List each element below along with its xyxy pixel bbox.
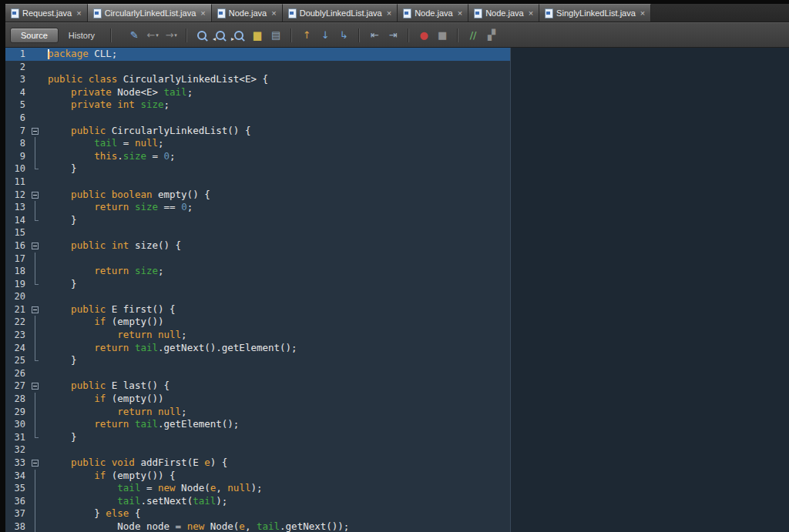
code-line[interactable]: 32: [5, 443, 789, 457]
code-line[interactable]: 9 this.size = 0;: [5, 150, 789, 163]
uncomment-icon[interactable]: ▞: [482, 27, 501, 44]
line-number[interactable]: 26: [5, 367, 29, 380]
line-number[interactable]: 36: [5, 495, 29, 508]
line-number[interactable]: 19: [5, 278, 29, 291]
code-line[interactable]: 4 private Node<E> tail;: [5, 86, 789, 99]
line-number[interactable]: 7: [5, 125, 29, 138]
code-line[interactable]: 22 if (empty()): [5, 316, 789, 329]
code-line[interactable]: 5 private int size;: [5, 99, 789, 112]
code-line[interactable]: 33 public void addFirst(E e) {: [5, 457, 789, 470]
code-line[interactable]: 1package CLL;: [5, 48, 789, 61]
line-number[interactable]: 20: [5, 290, 29, 303]
comment-icon[interactable]: //: [464, 27, 482, 44]
previous-occurrence-icon[interactable]: ↑: [297, 27, 316, 44]
fold-toggle-icon[interactable]: [29, 457, 42, 470]
line-number[interactable]: 29: [5, 406, 29, 419]
editor-tab[interactable]: Node.java×: [212, 4, 283, 22]
line-number[interactable]: 12: [5, 189, 29, 202]
code-line[interactable]: 29 return null;: [5, 406, 789, 419]
editor-tab[interactable]: Request.java×: [5, 4, 88, 22]
line-number[interactable]: 6: [5, 112, 29, 125]
code-line[interactable]: 10 }: [5, 162, 789, 176]
find-selection-icon[interactable]: [193, 27, 211, 44]
code-line[interactable]: 15: [5, 226, 789, 239]
line-number[interactable]: 25: [5, 354, 29, 367]
line-number[interactable]: 31: [5, 431, 29, 444]
back-icon[interactable]: ←▾: [143, 27, 162, 44]
code-line[interactable]: 28 if (empty()): [5, 393, 789, 406]
tab-close-icon[interactable]: ×: [76, 9, 81, 18]
code-line[interactable]: 6: [5, 112, 789, 125]
line-number[interactable]: 18: [5, 265, 29, 278]
line-number[interactable]: 17: [5, 253, 29, 266]
stop-macro-icon[interactable]: ■: [433, 27, 452, 44]
line-number[interactable]: 38: [5, 520, 29, 532]
line-number[interactable]: 16: [5, 239, 29, 253]
line-number[interactable]: 3: [5, 73, 29, 86]
editor-tab[interactable]: DoublyLinkedList.java×: [283, 4, 398, 22]
source-view-button[interactable]: Source: [10, 28, 59, 43]
line-number[interactable]: 5: [5, 99, 29, 112]
line-number[interactable]: 2: [5, 61, 29, 74]
code-line[interactable]: 2: [5, 61, 789, 74]
tab-close-icon[interactable]: ×: [271, 9, 276, 18]
find-previous-icon[interactable]: ◂: [211, 27, 230, 44]
next-occurrence-icon[interactable]: ↓: [316, 27, 334, 44]
code-line[interactable]: 16 public int size() {: [5, 239, 789, 253]
line-number[interactable]: 22: [5, 316, 29, 329]
line-number[interactable]: 34: [5, 470, 29, 483]
go-to-line-icon[interactable]: ↳: [334, 27, 353, 44]
line-number[interactable]: 30: [5, 418, 29, 431]
code-line[interactable]: 11: [5, 176, 789, 189]
line-number[interactable]: 23: [5, 329, 29, 342]
fold-toggle-icon[interactable]: [29, 303, 42, 316]
code-line[interactable]: 35 tail = new Node(e, null);: [5, 482, 789, 495]
find-next-icon[interactable]: ▸: [230, 27, 248, 44]
code-line[interactable]: 26: [5, 367, 789, 380]
fold-toggle-icon[interactable]: [29, 189, 42, 202]
shift-left-icon[interactable]: ⇤: [365, 27, 384, 44]
code-line[interactable]: 17: [5, 253, 789, 266]
code-line[interactable]: 7 public CircularlyLinkedList() {: [5, 125, 789, 138]
line-number[interactable]: 8: [5, 137, 29, 150]
code-line[interactable]: 12 public boolean empty() {: [5, 189, 789, 202]
code-line[interactable]: 25 }: [5, 354, 789, 367]
tab-close-icon[interactable]: ×: [200, 9, 205, 18]
line-number[interactable]: 32: [5, 443, 29, 457]
tab-close-icon[interactable]: ×: [387, 9, 391, 18]
code-line[interactable]: 38 Node node = new Node(e, tail.getNext(…: [5, 520, 789, 532]
code-line[interactable]: 37 } else {: [5, 507, 789, 520]
line-number[interactable]: 24: [5, 342, 29, 355]
code-line[interactable]: 18 return size;: [5, 265, 789, 278]
code-line[interactable]: 3public class CircularlyLinkedList<E> {: [5, 73, 789, 86]
code-line[interactable]: 19 }: [5, 278, 789, 291]
editor-tab[interactable]: SinglyLinkedList.java×: [539, 4, 651, 22]
line-number[interactable]: 10: [5, 162, 29, 176]
code-line[interactable]: 20: [5, 290, 789, 303]
forward-icon[interactable]: →▾: [162, 27, 180, 44]
fold-toggle-icon[interactable]: [29, 125, 42, 138]
code-line[interactable]: 30 return tail.getElement();: [5, 418, 789, 431]
select-text-icon[interactable]: ▤: [267, 27, 285, 44]
line-number[interactable]: 37: [5, 507, 29, 520]
code-line[interactable]: 24 return tail.getNext().getElement();: [5, 342, 789, 355]
code-line[interactable]: 14 }: [5, 214, 789, 227]
code-line[interactable]: 21 public E first() {: [5, 303, 789, 316]
fold-toggle-icon[interactable]: [29, 239, 42, 253]
line-number[interactable]: 13: [5, 201, 29, 214]
shift-right-icon[interactable]: ⇥: [384, 27, 402, 44]
code-line[interactable]: 8 tail = null;: [5, 137, 789, 150]
history-view-button[interactable]: History: [59, 28, 105, 42]
editor-tab[interactable]: Node.java×: [468, 4, 539, 22]
editor-tab[interactable]: Node.java×: [398, 4, 468, 22]
line-number[interactable]: 4: [5, 86, 29, 99]
line-number[interactable]: 1: [5, 48, 29, 61]
code-line[interactable]: 23 return null;: [5, 329, 789, 342]
line-number[interactable]: 33: [5, 457, 29, 470]
line-number[interactable]: 35: [5, 482, 29, 495]
code-line[interactable]: 13 return size == 0;: [5, 201, 789, 214]
record-macro-icon[interactable]: ●: [415, 27, 433, 44]
code-line[interactable]: 34 if (empty()) {: [5, 470, 789, 483]
tab-close-icon[interactable]: ×: [529, 9, 533, 18]
line-number[interactable]: 15: [5, 226, 29, 239]
